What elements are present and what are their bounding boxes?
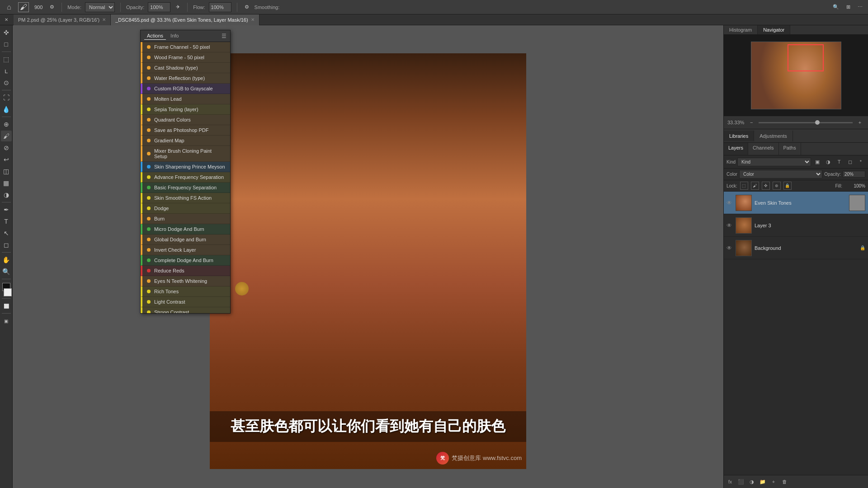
zoom-out-button[interactable]: −: [747, 118, 756, 127]
actions-tab-actions[interactable]: Actions: [144, 32, 166, 40]
layer-item-even-skin[interactable]: 👁 Even Skin Tones: [724, 192, 868, 214]
pen-tool[interactable]: ✒: [1, 204, 12, 215]
zoom-in-button[interactable]: +: [855, 118, 864, 127]
marquee-tool[interactable]: ⬚: [1, 54, 12, 65]
type-tool[interactable]: T: [1, 216, 12, 227]
shape-tool[interactable]: ◻: [1, 239, 12, 250]
quick-select-tool[interactable]: ⊙: [1, 77, 12, 88]
opacity-airbrush-button[interactable]: ✈: [174, 3, 182, 11]
filter-adjust-button[interactable]: ◑: [824, 157, 833, 166]
background-color[interactable]: [4, 288, 12, 296]
action-item-4[interactable]: Custom RGB to Grayscale: [141, 84, 230, 94]
add-mask-button[interactable]: ⬛: [736, 477, 745, 486]
action-item-0[interactable]: Frame Channel - 50 pixel: [141, 42, 230, 52]
eraser-tool[interactable]: ◫: [1, 166, 12, 177]
action-item-8[interactable]: Save as Photoshop PDF: [141, 125, 230, 136]
adjustments-panel-tab[interactable]: Adjustments: [754, 131, 793, 141]
actions-panel-menu[interactable]: ☰: [222, 33, 226, 39]
paths-tab[interactable]: Paths: [779, 143, 801, 155]
smoothing-settings-button[interactable]: ⚙: [243, 3, 251, 11]
lasso-tool[interactable]: ʟ: [1, 66, 12, 76]
action-item-9[interactable]: Gradient Map: [141, 136, 230, 146]
lock-position-button[interactable]: ✜: [762, 182, 770, 190]
hand-tool[interactable]: ✋: [1, 254, 12, 265]
home-button[interactable]: ⌂: [4, 2, 14, 13]
filter-pixel-button[interactable]: ▣: [813, 157, 822, 166]
history-brush-tool[interactable]: ↩: [1, 154, 12, 165]
layers-color-select[interactable]: Color: [739, 170, 822, 178]
zoom-tool[interactable]: 🔍: [1, 266, 12, 277]
action-item-13[interactable]: Basic Frequency Separation: [141, 183, 230, 193]
flow-input[interactable]: [209, 2, 231, 12]
action-item-2[interactable]: Cast Shadow (type): [141, 63, 230, 73]
zoom-slider[interactable]: [759, 122, 853, 123]
screen-mode-button[interactable]: ▣: [1, 315, 12, 326]
histogram-tab[interactable]: Histogram: [724, 25, 758, 34]
dodge-tool[interactable]: ◑: [1, 189, 12, 200]
layer-item-layer3[interactable]: 👁 Layer 3: [724, 214, 868, 237]
action-item-25[interactable]: Strong Contrast: [141, 307, 230, 313]
layers-kind-select[interactable]: Kind: [737, 158, 811, 166]
lock-all-button[interactable]: 🔒: [783, 182, 792, 190]
crop-tool[interactable]: ⛶: [1, 92, 12, 103]
brush-tool-button[interactable]: 🖌: [18, 2, 29, 12]
action-item-15[interactable]: Dodge: [141, 203, 230, 214]
spot-heal-tool[interactable]: ⊕: [1, 119, 12, 130]
layer-fx-button[interactable]: fx: [726, 477, 735, 486]
action-item-7[interactable]: Quadrant Colors: [141, 115, 230, 125]
action-item-22[interactable]: Eyes N Teeth Whitening: [141, 276, 230, 286]
action-item-10[interactable]: Mixer Brush Cloning Paint Setup: [141, 146, 230, 162]
actions-tab-info[interactable]: Info: [168, 32, 181, 40]
action-item-16[interactable]: Burn: [141, 214, 230, 224]
layer-visibility-even-skin[interactable]: 👁: [726, 200, 733, 206]
action-item-19[interactable]: Invert Check Layer: [141, 245, 230, 255]
eyedropper-tool[interactable]: 💧: [1, 104, 12, 115]
layer-visibility-layer3[interactable]: 👁: [726, 222, 733, 229]
opacity-value-input[interactable]: [843, 171, 865, 178]
mode-select[interactable]: Normal: [85, 2, 115, 12]
action-item-17[interactable]: Micro Dodge And Burn: [141, 224, 230, 235]
path-select-tool[interactable]: ↖: [1, 228, 12, 239]
action-item-1[interactable]: Wood Frame - 50 pixel: [141, 52, 230, 63]
arrange-button[interactable]: ⊞: [844, 3, 852, 11]
filter-smart-button[interactable]: *: [856, 157, 865, 166]
lock-artboards-button[interactable]: ⊛: [773, 182, 781, 190]
libraries-panel-tab[interactable]: Libraries: [724, 131, 754, 141]
add-group-button[interactable]: 📁: [758, 477, 767, 486]
channels-tab[interactable]: Channels: [748, 143, 778, 155]
move-tool[interactable]: ✜: [1, 27, 12, 38]
navigator-tab[interactable]: Navigator: [758, 25, 790, 34]
lock-transparent-button[interactable]: ⬚: [740, 182, 748, 190]
action-item-23[interactable]: Rich Tones: [141, 286, 230, 297]
action-item-20[interactable]: Complete Dodge And Burn: [141, 255, 230, 266]
close-panel-button[interactable]: ✕: [1, 14, 12, 25]
add-adjustment-button[interactable]: ◑: [747, 477, 756, 486]
action-item-3[interactable]: Water Reflection (type): [141, 73, 230, 84]
search-button[interactable]: 🔍: [831, 3, 841, 11]
extras-button[interactable]: ⋯: [856, 3, 864, 11]
filter-shape-button[interactable]: ◻: [845, 157, 854, 166]
gradient-tool[interactable]: ▦: [1, 178, 12, 188]
action-item-14[interactable]: Skin Smoothing FS Action: [141, 193, 230, 203]
brush-size-button[interactable]: 900: [33, 4, 44, 11]
filter-type-button[interactable]: T: [835, 157, 844, 166]
layers-tab[interactable]: Layers: [724, 143, 748, 155]
tab-dsc8455[interactable]: _DSC8455.psd @ 33.3% (Even Skin Tones, L…: [111, 14, 259, 25]
brush-tool[interactable]: 🖌: [1, 131, 12, 141]
tab-pm2-close[interactable]: ✕: [102, 17, 106, 22]
action-item-6[interactable]: Sepia Toning (layer): [141, 104, 230, 115]
brush-settings-button[interactable]: ⚙: [48, 3, 56, 11]
action-item-12[interactable]: Advance Frequency Separation: [141, 172, 230, 183]
artboard-tool[interactable]: □: [1, 39, 12, 50]
quick-mask-button[interactable]: ⬜: [1, 300, 12, 311]
add-layer-button[interactable]: +: [769, 477, 778, 486]
tab-dsc8455-close[interactable]: ✕: [251, 17, 255, 22]
layer-item-background[interactable]: 👁 Background 🔒: [724, 237, 868, 259]
stamp-tool[interactable]: ⊘: [1, 142, 12, 153]
layer-visibility-background[interactable]: 👁: [726, 245, 733, 251]
action-item-18[interactable]: Global Dodge and Burn: [141, 235, 230, 245]
action-item-11[interactable]: Skin Sharpening Prince Meyson: [141, 162, 230, 172]
delete-layer-button[interactable]: 🗑: [780, 477, 789, 486]
action-item-5[interactable]: Molten Lead: [141, 94, 230, 104]
action-item-21[interactable]: Reduce Reds: [141, 266, 230, 276]
